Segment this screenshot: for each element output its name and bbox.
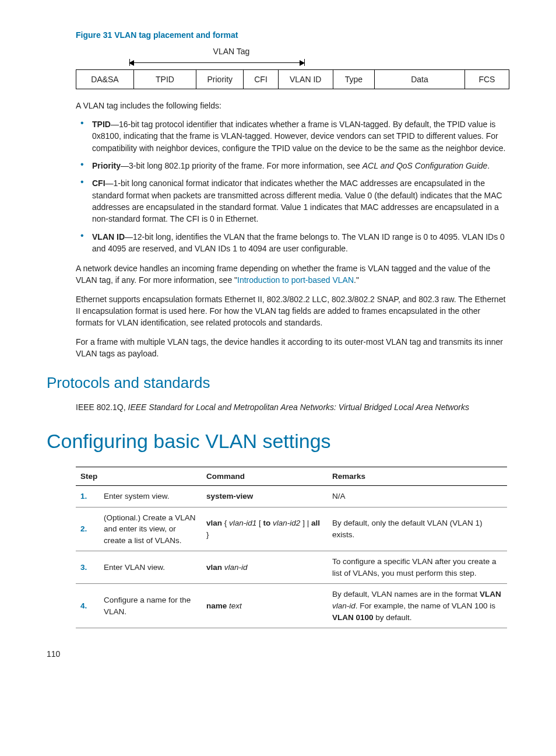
step-remarks: By default, VLAN names are in the format… [328,584,507,628]
table-row: 1. Enter system view. system-view N/A [76,486,507,508]
step-cmd: vlan vlan-id [202,551,328,584]
step-num: 3. [76,551,99,584]
page-number: 110 [47,648,509,660]
step-text: Enter system view. [99,486,202,508]
th-step: Step [76,467,202,486]
protocols-a: IEEE 802.1Q, [76,402,128,412]
step-cmd: name text [202,584,328,628]
text-tpid: —16-bit tag protocol identifier that ind… [92,120,506,153]
step-num: 2. [76,507,99,551]
term-cfi: CFI [92,178,105,188]
steps-table: Step Command Remarks 1. Enter system vie… [76,467,507,629]
text-priority-ital: ACL and QoS Configuration Guide [363,161,488,170]
text-vlanid: —12-bit long, identifies the VLAN that t… [92,232,505,253]
field-vlanid: VLAN ID—12-bit long, identifies the VLAN… [92,231,509,255]
step-text: (Optional.) Create a VLAN and enter its … [99,507,202,551]
cell-priority: Priority [196,69,244,89]
heading-config: Configuring basic VLAN settings [47,427,509,456]
step-remarks: By default, only the default VLAN (VLAN … [328,507,507,551]
cell-dasa: DA&SA [76,69,134,89]
paragraph-encaps: Ethernet supports encapsulation formats … [76,293,509,329]
field-tpid: TPID—16-bit tag protocol identifier that… [92,118,509,154]
step-num: 4. [76,584,99,628]
term-vlanid: VLAN ID [92,232,125,242]
text-cfi: —1-bit long canonical format indicator t… [92,178,502,223]
cell-vlanid: VLAN ID [278,69,333,89]
field-priority: Priority—3-bit long 802.1p priority of t… [92,160,509,172]
vlan-tag-diagram: VLAN Tag DA&SA TPID Priority CFI VLAN ID… [76,46,509,89]
vlan-tag-label: VLAN Tag [15,46,448,57]
protocols-text: IEEE 802.1Q, IEEE Standard for Local and… [76,401,509,413]
cell-tpid: TPID [133,69,196,89]
field-list: TPID—16-bit tag protocol identifier that… [76,118,509,254]
cell-type: Type [333,69,374,89]
intro-text: A VLAN tag includes the following fields… [76,100,509,111]
field-cfi: CFI—1-bit long canonical format indicato… [92,177,509,225]
table-row: 4. Configure a name for the VLAN. name t… [76,584,507,628]
cell-cfi: CFI [244,69,278,89]
step-remarks: N/A [328,486,507,508]
term-priority: Priority [92,161,121,170]
paragraph-multitag: For a frame with multiple VLAN tags, the… [76,336,509,360]
para1-b: ." [354,275,359,285]
text-priority-a: —3-bit long 802.1p priority of the frame… [121,161,363,170]
step-cmd: vlan { vlan-id1 [ to vlan-id2 ] | all } [202,507,328,551]
figure-caption: Figure 31 VLAN tag placement and format [76,29,509,41]
cell-data: Data [375,69,465,89]
step-remarks: To configure a specific VLAN after you c… [328,551,507,584]
step-num: 1. [76,486,99,508]
link-port-based-vlan[interactable]: Introduction to port-based VLAN [237,275,354,285]
table-row: 3. Enter VLAN view. vlan vlan-id To conf… [76,551,507,584]
term-tpid: TPID [92,120,111,129]
step-text: Enter VLAN view. [99,551,202,584]
step-text: Configure a name for the VLAN. [99,584,202,628]
cell-fcs: FCS [464,69,509,89]
table-row: 2. (Optional.) Create a VLAN and enter i… [76,507,507,551]
text-priority-b: . [487,161,490,170]
heading-protocols: Protocols and standards [47,372,509,394]
th-remarks: Remarks [328,467,507,486]
step-cmd: system-view [202,486,328,508]
protocols-ital: IEEE Standard for Local and Metropolitan… [128,402,469,412]
frame-fields-table: DA&SA TPID Priority CFI VLAN ID Type Dat… [76,69,509,89]
th-command: Command [202,467,328,486]
arrow-icon [129,62,304,63]
paragraph-link: A network device handles an incoming fra… [76,262,509,286]
